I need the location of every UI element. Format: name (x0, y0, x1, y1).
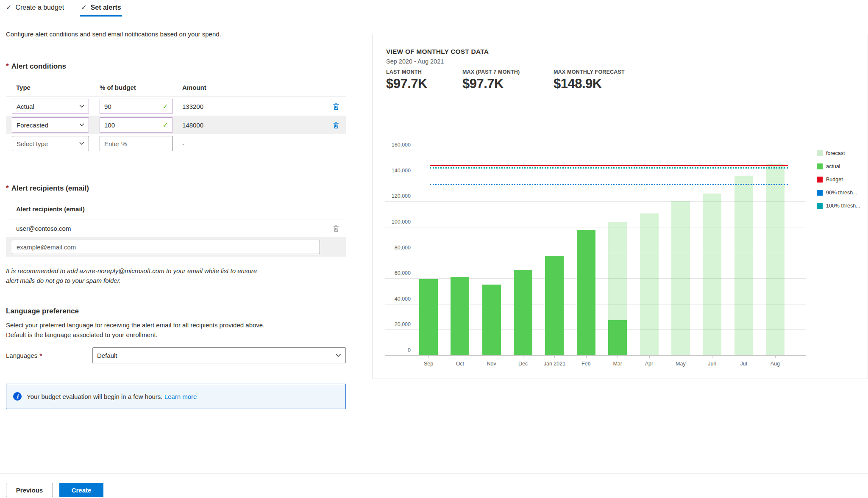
create-button[interactable]: Create (59, 483, 103, 497)
actual-bar-mar[interactable] (608, 320, 627, 355)
x-axis-label: Jul (728, 361, 760, 367)
actual-bar-oct[interactable] (451, 277, 469, 355)
recipients-column-header: Alert recipients (email) (6, 199, 346, 219)
set-alerts-page: ✓ Create a budget ✓ Set alerts Configure… (0, 0, 868, 498)
x-axis-tick (744, 355, 744, 358)
actual-bar-dec[interactable] (514, 270, 532, 355)
x-axis-label: Jan 2021 (539, 361, 570, 367)
trash-icon (333, 225, 339, 232)
delete-condition-button[interactable] (333, 103, 339, 110)
x-axis-label: Oct (444, 361, 476, 367)
x-axis-tick (523, 355, 523, 358)
required-asterisk: * (39, 352, 42, 359)
valid-check-icon: ✓ (163, 121, 168, 129)
learn-more-link[interactable]: Learn more (164, 393, 197, 400)
trash-icon (333, 103, 339, 110)
required-asterisk: * (6, 62, 9, 70)
banner-text: Your budget evaluation will begin in a f… (27, 393, 197, 400)
percent-input[interactable]: Enter % (100, 136, 173, 151)
language-select[interactable]: Default (92, 347, 346, 363)
condition-row: Forecasted 100 ✓ 148000 (6, 116, 346, 134)
forecast-bar-jun[interactable] (703, 194, 721, 355)
amount-value: 148000 (182, 122, 326, 129)
column-type: Type (6, 84, 100, 91)
actual-bar-sep[interactable] (419, 279, 438, 355)
language-preference-heading: Language preference (6, 307, 79, 315)
legend-label: Budget (826, 177, 843, 183)
x-axis-tick (492, 355, 492, 358)
alert-conditions-table: Type % of budget Amount Actual 90 ✓ 1332… (6, 78, 346, 153)
x-axis-label: Feb (570, 361, 602, 367)
forecast-bar-aug[interactable] (766, 164, 785, 355)
recipient-input-row (6, 237, 346, 257)
chevron-down-icon (79, 142, 84, 145)
type-select[interactable]: Select type (12, 136, 89, 151)
wizard-tabs: ✓ Create a budget ✓ Set alerts (6, 3, 121, 17)
x-axis-label: Apr (634, 361, 665, 367)
x-axis-label: Nov (476, 361, 507, 367)
type-select[interactable]: Forecasted (12, 117, 89, 133)
actual-bar-nov[interactable] (482, 285, 501, 355)
step-complete-check-icon: ✓ (81, 3, 86, 11)
x-axis-tick (586, 355, 587, 358)
legend-swatch (817, 150, 823, 156)
stat-max-monthly-forecast: MAX MONTHLY FORECAST $148.9K (554, 69, 625, 91)
legend-item-actual[interactable]: actual (817, 160, 860, 173)
y-axis-label: 140,000 (385, 168, 411, 174)
90-threshold-line (430, 184, 788, 185)
column-amount: Amount (182, 84, 346, 91)
trash-icon (333, 122, 339, 129)
legend-swatch (817, 163, 823, 169)
forecast-bar-apr[interactable] (640, 213, 659, 355)
forecast-bar-jul[interactable] (734, 176, 753, 355)
required-asterisk: * (6, 184, 9, 192)
chart-subtitle: Sep 2020 - Aug 2021 (386, 58, 444, 65)
x-axis-label: Jun (696, 361, 728, 367)
condition-row-empty: Select type Enter % - (6, 134, 346, 153)
percent-input[interactable]: 90 ✓ (100, 99, 173, 114)
x-axis-tick (712, 355, 712, 358)
chevron-down-icon (335, 354, 341, 357)
forecast-bar-may[interactable] (671, 201, 690, 355)
y-axis-label: 100,000 (385, 219, 411, 226)
delete-condition-button[interactable] (333, 122, 339, 129)
legend-swatch (817, 203, 823, 209)
condition-row: Actual 90 ✓ 133200 (6, 97, 346, 116)
stat-last-month: LAST MONTH $97.7K (386, 69, 462, 91)
x-axis-label: Sep (413, 361, 444, 367)
page-description: Configure alert conditions and send emai… (6, 30, 221, 38)
legend-item-forecast[interactable]: forecast (817, 147, 860, 160)
tab-create-a-budget[interactable]: ✓ Create a budget (6, 3, 64, 17)
stat-max-past-7-month: MAX (PAST 7 MONTH) $97.7K (462, 69, 554, 91)
tab-label: Set alerts (91, 4, 121, 11)
legend-label: 90% thresh... (826, 190, 857, 196)
language-row: Languages* Default (6, 347, 346, 363)
actual-bar-feb[interactable] (577, 230, 595, 355)
amount-empty: - (182, 140, 326, 147)
previous-button[interactable]: Previous (6, 483, 53, 497)
y-axis-label: 0 (385, 347, 411, 354)
footer-divider (0, 473, 868, 474)
valid-check-icon: ✓ (163, 102, 168, 111)
gridline (385, 355, 806, 356)
budget-line (430, 165, 788, 166)
100-threshold-line (430, 167, 788, 169)
legend-item-90-thresh-[interactable]: 90% thresh... (817, 186, 860, 199)
x-axis-tick (460, 355, 460, 358)
percent-value: 90 (104, 103, 111, 110)
recipient-row: user@contoso.com (6, 219, 346, 237)
tab-set-alerts[interactable]: ✓ Set alerts (81, 3, 121, 17)
step-complete-check-icon: ✓ (6, 3, 11, 11)
x-axis-label: Mar (602, 361, 633, 367)
legend-item-100-thresh-[interactable]: 100% thresh... (817, 199, 860, 212)
x-axis-tick (681, 355, 681, 358)
legend-swatch (817, 190, 823, 196)
legend-item-budget[interactable]: Budget (817, 173, 860, 186)
actual-bar-jan-2021[interactable] (545, 256, 564, 355)
recipient-email-input[interactable] (12, 240, 320, 254)
type-select[interactable]: Actual (12, 99, 89, 114)
delete-recipient-button[interactable] (333, 225, 339, 232)
percent-input[interactable]: 100 ✓ (100, 117, 173, 133)
amount-value: 133200 (182, 103, 326, 110)
percent-placeholder: Enter % (104, 140, 127, 147)
